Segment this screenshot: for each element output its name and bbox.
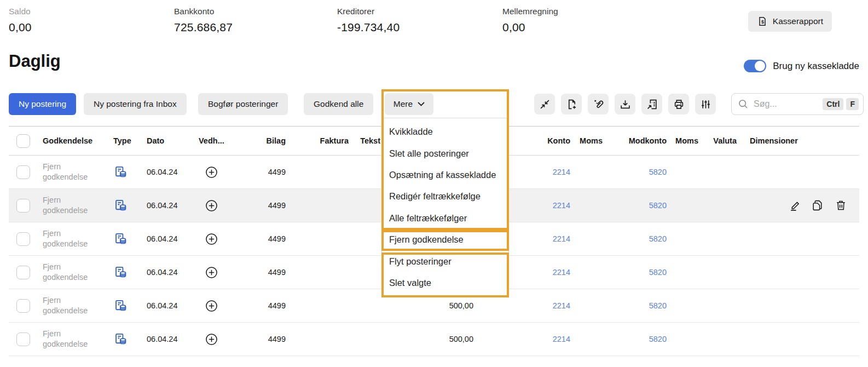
toolbar-button-label: Bogfør posteringer	[208, 99, 278, 109]
stat-item: Mellemregning 0,00	[502, 7, 558, 34]
import-download-icon[interactable]	[615, 94, 635, 114]
stat-label: Bankkonto	[174, 7, 233, 16]
new-kassekladde-toggle[interactable]	[744, 60, 766, 72]
posting-type-icon	[113, 232, 128, 246]
toolbar-button-label: Ny postering	[19, 99, 66, 109]
col-faktura: Faktura	[286, 136, 349, 145]
modkonto-link[interactable]: 5820	[605, 201, 667, 210]
cash-report-icon: $	[757, 16, 768, 27]
row-checkbox[interactable]	[16, 332, 30, 346]
select-all-checkbox[interactable]	[16, 134, 30, 148]
page-title: Daglig	[9, 51, 61, 71]
stat-value: 0,00	[9, 21, 32, 34]
col-moms: Moms	[570, 136, 605, 145]
add-attachment-icon[interactable]	[205, 199, 218, 213]
search-icon	[738, 99, 749, 110]
date-cell: 06.04.24	[141, 234, 193, 243]
stat-item: Saldo 0,00	[9, 7, 32, 34]
search-input[interactable]: Søg... Ctrl F	[731, 93, 864, 115]
col-tekst: Tekst	[349, 136, 380, 145]
row-checkbox[interactable]	[16, 299, 30, 313]
toolbar-button[interactable]: Ny postering fra Inbox	[84, 93, 187, 115]
bilag-cell: 4499	[256, 234, 286, 243]
print-icon[interactable]	[668, 94, 689, 114]
konto-link[interactable]: 2214	[473, 335, 570, 343]
stat-item: Bankkonto 725.686,87	[174, 7, 233, 34]
col-valuta: Valuta	[701, 136, 740, 145]
kasserapport-label: Kasserapport	[773, 16, 823, 26]
date-cell: 06.04.24	[141, 268, 193, 277]
more-menu-item[interactable]: Opsætning af kassekladde	[382, 164, 508, 186]
row-checkbox[interactable]	[16, 232, 30, 246]
stat-value: 0,00	[502, 21, 558, 34]
konto-link[interactable]: 2214	[473, 301, 570, 310]
more-menu-item[interactable]: Alle feltrækkefølger	[382, 208, 508, 229]
bilag-cell: 4499	[256, 268, 286, 277]
more-menu-item[interactable]: Kvikkladde	[382, 121, 508, 142]
toolbar-button[interactable]: Godkend alle	[304, 93, 373, 115]
modkonto-link[interactable]: 5820	[605, 234, 667, 243]
new-document-icon[interactable]	[561, 94, 582, 114]
modkonto-link[interactable]: 5820	[605, 168, 667, 176]
export-document-icon[interactable]	[641, 94, 662, 114]
remove-approval-link[interactable]: Fjern godkendelse	[43, 262, 103, 283]
stat-item: Kreditorer -199.734,40	[337, 7, 400, 34]
bilag-cell: 4499	[256, 168, 286, 176]
date-cell: 06.04.24	[141, 201, 193, 210]
add-attachment-icon[interactable]	[205, 332, 218, 346]
add-attachment-icon[interactable]	[205, 232, 218, 246]
remove-approval-link[interactable]: Fjern godkendelse	[43, 329, 103, 349]
more-button[interactable]: Mere	[385, 93, 433, 115]
more-menu-item[interactable]: Fjern godkendelse	[382, 229, 508, 250]
collapse-rows-icon[interactable]	[534, 94, 555, 114]
attachment-sparkle-icon[interactable]	[588, 94, 609, 114]
remove-approval-link[interactable]: Fjern godkendelse	[43, 228, 103, 249]
col-godkendelse: Godkendelse	[35, 136, 107, 145]
col-dato: Dato	[141, 136, 193, 145]
row-checkbox[interactable]	[16, 199, 30, 213]
date-cell: 06.04.24	[141, 168, 193, 176]
posting-type-icon	[113, 165, 128, 180]
toolbar-button[interactable]: Bogfør posteringer	[198, 93, 288, 115]
more-button-label: Mere	[394, 99, 413, 109]
toolbar-button[interactable]: Ny postering	[9, 93, 76, 115]
more-menu: Kvikkladde Slet alle posteringer Opsætni…	[381, 118, 509, 297]
more-menu-item[interactable]: Slet alle posteringer	[382, 142, 508, 164]
remove-approval-link[interactable]: Fjern godkendelse	[43, 162, 103, 182]
toggle-label: Brug ny kassekladde	[773, 61, 859, 72]
column-settings-icon[interactable]	[695, 94, 716, 114]
modkonto-link[interactable]: 5820	[605, 301, 667, 310]
col-vedh: Vedh...	[193, 136, 256, 145]
col-type: Type	[107, 136, 141, 145]
posting-type-icon	[113, 265, 128, 280]
col-bilag: Bilag	[256, 136, 286, 145]
amount-cell: 500,00	[380, 335, 473, 343]
remove-approval-link[interactable]: Fjern godkendelse	[43, 195, 103, 216]
icon-toolbar	[534, 94, 716, 114]
bilag-cell: 4499	[256, 301, 286, 310]
table-row: Fjern godkendelse 06.04.24	[9, 323, 859, 356]
stat-label: Mellemregning	[502, 7, 558, 16]
toolbar-button-label: Ny postering fra Inbox	[94, 99, 177, 109]
row-checkbox[interactable]	[16, 165, 30, 179]
kasserapport-button[interactable]: $ Kasserapport	[748, 11, 832, 32]
more-menu-item[interactable]: Flyt posteringer	[382, 250, 508, 272]
posting-type-icon	[113, 299, 128, 313]
row-checkbox[interactable]	[16, 266, 30, 279]
col-dimensioner: Dimensioner	[740, 136, 807, 145]
more-menu-item[interactable]: Slet valgte	[382, 272, 508, 294]
date-cell: 06.04.24	[141, 335, 193, 343]
shortcut-ctrl-badge: Ctrl	[823, 98, 843, 110]
posting-type-icon	[113, 198, 128, 213]
stat-value: 725.686,87	[174, 21, 233, 34]
bilag-cell: 4499	[256, 201, 286, 210]
add-attachment-icon[interactable]	[205, 266, 218, 279]
modkonto-link[interactable]: 5820	[605, 335, 667, 343]
more-menu-item[interactable]: Redigér feltrækkefølge	[382, 186, 508, 207]
modkonto-link[interactable]: 5820	[605, 268, 667, 277]
date-cell: 06.04.24	[141, 301, 193, 310]
remove-approval-link[interactable]: Fjern godkendelse	[43, 295, 103, 316]
search-placeholder: Søg...	[754, 99, 818, 109]
add-attachment-icon[interactable]	[205, 165, 218, 179]
add-attachment-icon[interactable]	[205, 299, 218, 313]
